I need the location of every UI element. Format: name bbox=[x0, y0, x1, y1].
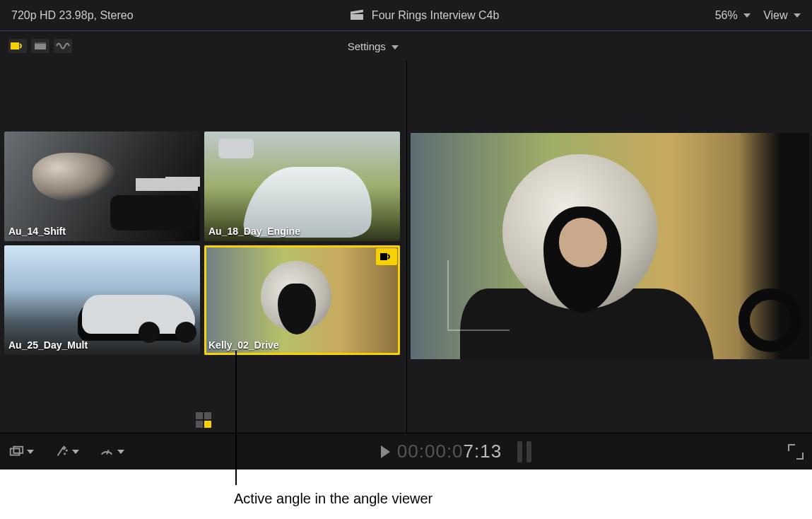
chevron-down-icon bbox=[743, 13, 751, 18]
chevron-down-icon bbox=[72, 450, 79, 454]
angle-label: Kelly_02_Drive bbox=[208, 339, 279, 351]
clip-appearance-menu[interactable] bbox=[8, 444, 34, 460]
viewer-topbar: 720p HD 23.98p, Stereo Four Rings Interv… bbox=[0, 0, 812, 31]
chevron-down-icon bbox=[392, 45, 399, 49]
angle-thumb[interactable]: Au_18_Day_Engine bbox=[204, 132, 400, 241]
play-button[interactable] bbox=[381, 445, 390, 458]
clapperboard-icon bbox=[349, 8, 365, 23]
view-menu[interactable]: View bbox=[763, 9, 801, 22]
viewer-panel bbox=[407, 31, 812, 433]
transport-bar: 00:00:07:13 bbox=[0, 433, 812, 470]
svg-rect-2 bbox=[35, 42, 46, 44]
chevron-down-icon bbox=[117, 450, 124, 454]
angle-grid: Au_14_Shift Au_18_Day_Engine Au_25_Day_M… bbox=[0, 61, 406, 407]
svg-rect-3 bbox=[380, 253, 387, 260]
angle-thumb[interactable]: Au_14_Shift bbox=[4, 132, 200, 241]
svg-rect-4 bbox=[11, 448, 20, 455]
angle-layout-button[interactable] bbox=[196, 412, 211, 428]
angle-viewer-panel: Settings Au_14_Shift Au_18_Day_Engine Au… bbox=[0, 31, 407, 433]
chevron-down-icon bbox=[794, 13, 801, 18]
zoom-menu[interactable]: 56% bbox=[715, 9, 751, 22]
clip-title: Four Rings Interview C4b bbox=[372, 9, 500, 22]
main-area: Settings Au_14_Shift Au_18_Day_Engine Au… bbox=[0, 31, 812, 433]
svg-point-7 bbox=[66, 450, 67, 451]
timecode-dim: 00:00:0 bbox=[397, 441, 464, 462]
audio-meters bbox=[517, 441, 531, 462]
angle-thumb[interactable]: Au_25_Day_Mult bbox=[4, 245, 200, 355]
active-angle-badge-icon bbox=[376, 248, 397, 265]
switch-video-icon[interactable] bbox=[31, 39, 49, 53]
switch-video-audio-icon[interactable] bbox=[8, 39, 27, 53]
viewer-canvas[interactable] bbox=[411, 133, 809, 359]
angle-label: Au_25_Day_Mult bbox=[8, 339, 88, 351]
angle-thumb-active[interactable]: Kelly_02_Drive bbox=[204, 245, 400, 355]
chevron-down-icon bbox=[27, 450, 34, 454]
callout-text: Active angle in the angle viewer bbox=[234, 491, 433, 507]
angle-viewer-toolbar: Settings bbox=[0, 31, 407, 61]
overlay-guide bbox=[447, 260, 510, 331]
app-frame: 720p HD 23.98p, Stereo Four Rings Interv… bbox=[0, 0, 812, 470]
svg-rect-5 bbox=[13, 446, 23, 453]
effects-menu[interactable] bbox=[54, 444, 79, 460]
angle-label: Au_14_Shift bbox=[8, 226, 66, 237]
fullscreen-button[interactable] bbox=[788, 444, 804, 460]
angle-grid-footer bbox=[0, 407, 406, 433]
timecode-lit: 7:13 bbox=[464, 441, 502, 462]
svg-rect-0 bbox=[11, 42, 19, 49]
format-label: 720p HD 23.98p, Stereo bbox=[0, 9, 134, 22]
switch-audio-icon[interactable] bbox=[54, 39, 72, 53]
svg-point-6 bbox=[64, 453, 65, 454]
angle-settings-menu[interactable]: Settings bbox=[348, 40, 399, 52]
timecode-display[interactable]: 00:00:07:13 bbox=[397, 441, 502, 462]
retime-menu[interactable] bbox=[99, 444, 124, 460]
zoom-value: 56% bbox=[715, 9, 738, 21]
angle-label: Au_18_Day_Engine bbox=[208, 226, 300, 237]
callout-line bbox=[235, 351, 237, 485]
